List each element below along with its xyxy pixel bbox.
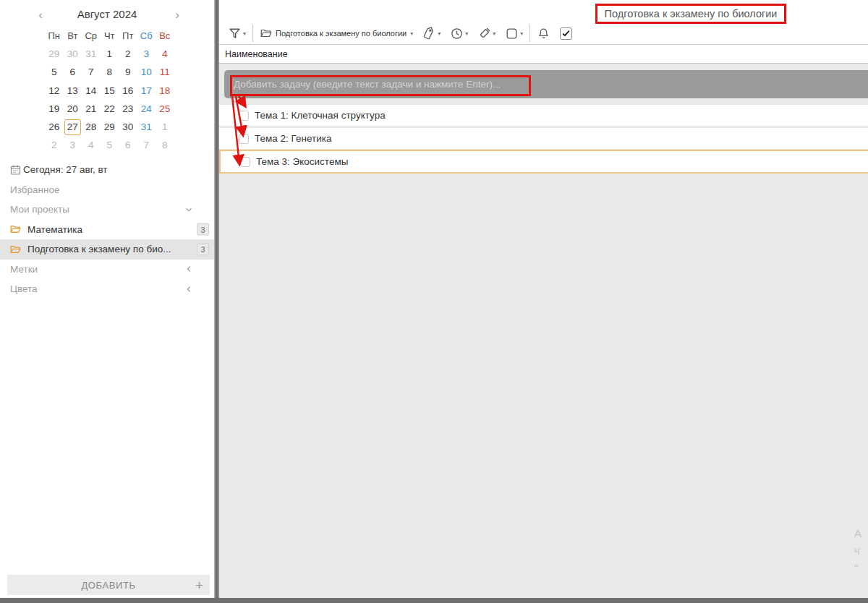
- calendar-day[interactable]: 6: [64, 63, 82, 81]
- calendar-day[interactable]: 19: [45, 100, 64, 118]
- add-button-label: ДОБАВИТЬ: [81, 580, 135, 591]
- toolbar-separator: [529, 25, 530, 42]
- calendar-day[interactable]: 5: [101, 136, 119, 154]
- calendar-day[interactable]: 28: [82, 118, 101, 136]
- calendar-day[interactable]: 5: [45, 63, 64, 81]
- caret-down-icon: ▾: [520, 30, 523, 37]
- calendar-day[interactable]: 8: [156, 136, 174, 154]
- filter-icon: [228, 27, 242, 40]
- sidebar-item-tags[interactable]: Метки: [0, 260, 214, 280]
- task-checkbox[interactable]: [239, 111, 249, 121]
- sidebar-item-today[interactable]: Сегодня: 27 авг, вт: [0, 160, 214, 180]
- sidebar-divider[interactable]: [214, 0, 219, 603]
- calendar-next-icon[interactable]: ›: [169, 7, 185, 23]
- task-row-highlighted[interactable]: Тема 3: Экосистемы: [219, 150, 868, 174]
- calendar-day[interactable]: 13: [64, 82, 82, 100]
- add-task-placeholder: Добавить задачу (введите текст задачи и …: [234, 79, 501, 90]
- calendar-day[interactable]: 25: [156, 100, 174, 118]
- sidebar-item-my-projects[interactable]: Мои проекты: [0, 200, 214, 220]
- calendar-day[interactable]: 1: [156, 118, 174, 136]
- calendar-day-today[interactable]: 27: [64, 118, 82, 136]
- chevron-left-icon[interactable]: [184, 284, 194, 294]
- app-window: ‹ Август 2024 › ПнВтСрЧтПтСбВс2930311234…: [0, 0, 868, 603]
- my-projects-label: Мои проекты: [10, 204, 69, 215]
- caret-down-icon: ▾: [438, 30, 441, 37]
- column-header-name[interactable]: Наименование: [219, 45, 868, 64]
- page-title-annotation-box: Подготовка к экзамену по биологии: [595, 4, 786, 24]
- calendar-day[interactable]: 16: [119, 82, 137, 100]
- plus-icon: +: [195, 578, 203, 592]
- task-row[interactable]: Тема 2: Генетика: [219, 128, 868, 149]
- calendar-day[interactable]: 20: [64, 100, 82, 118]
- task-count-badge: 3: [197, 223, 209, 236]
- calendar-day[interactable]: 6: [119, 136, 137, 154]
- calendar-day[interactable]: 11: [156, 63, 174, 81]
- page-title: Подготовка к экзамену по биологии: [605, 8, 778, 20]
- brush-button[interactable]: ▾: [476, 24, 497, 43]
- toolbar: ▾ Подготовка к экзамену по биологии ▾: [226, 24, 574, 43]
- calendar-day[interactable]: 31: [82, 45, 101, 63]
- calendar-day[interactable]: 10: [137, 63, 156, 81]
- calendar-day[interactable]: 3: [64, 136, 82, 154]
- calendar-day[interactable]: 14: [82, 82, 101, 100]
- status-button[interactable]: ▾: [503, 24, 524, 43]
- project-rows: Математика3Подготовка к экзамену по био.…: [0, 220, 214, 260]
- calendar-day[interactable]: 2: [45, 136, 64, 154]
- calendar-grid: ПнВтСрЧтПтСбВс29303112345678910111213141…: [45, 27, 174, 154]
- filter-button[interactable]: ▾: [226, 24, 247, 43]
- show-completed-toggle[interactable]: [558, 24, 574, 43]
- toolbar-separator: [252, 25, 253, 42]
- task-checkbox[interactable]: [240, 157, 250, 167]
- project-selector[interactable]: Подготовка к экзамену по биологии ▾: [258, 24, 414, 43]
- calendar-day[interactable]: 3: [137, 45, 156, 63]
- project-selector-label: Подготовка к экзамену по биологии: [276, 29, 407, 38]
- sidebar: ‹ Август 2024 › ПнВтСрЧтПтСбВс2930311234…: [0, 0, 214, 603]
- folder-icon: [260, 27, 273, 40]
- calendar-day[interactable]: 9: [119, 63, 137, 81]
- calendar-weekday: Вт: [64, 27, 82, 45]
- calendar-day[interactable]: 22: [101, 100, 119, 118]
- brush-icon: [477, 27, 491, 40]
- schedule-button[interactable]: ▾: [448, 24, 469, 43]
- add-button[interactable]: ДОБАВИТЬ +: [7, 575, 210, 595]
- task-title: Тема 1: Клеточная структура: [255, 110, 386, 121]
- calendar-day[interactable]: 17: [137, 82, 156, 100]
- notifications-button[interactable]: [535, 24, 552, 43]
- tag-button[interactable]: ▾: [421, 24, 442, 43]
- chevron-down-icon[interactable]: [184, 205, 194, 215]
- calendar-day[interactable]: 26: [45, 118, 64, 136]
- task-checkbox[interactable]: [239, 134, 249, 144]
- calendar-day[interactable]: 7: [137, 136, 156, 154]
- caret-down-icon: ▾: [465, 30, 468, 37]
- sidebar-item-project[interactable]: Подготовка к экзамену по био...3: [0, 239, 214, 260]
- caret-down-icon: ▾: [243, 30, 246, 37]
- calendar-day[interactable]: 31: [137, 118, 156, 136]
- calendar-day[interactable]: 15: [101, 82, 119, 100]
- calendar-day[interactable]: 21: [82, 100, 101, 118]
- calendar-weekday: Пт: [119, 27, 137, 45]
- calendar-day[interactable]: 4: [156, 45, 174, 63]
- calendar-day[interactable]: 12: [45, 82, 64, 100]
- calendar-day[interactable]: 2: [119, 45, 137, 63]
- calendar-day[interactable]: 7: [82, 63, 101, 81]
- calendar-icon: [9, 163, 22, 176]
- calendar-day[interactable]: 4: [82, 136, 101, 154]
- calendar-day[interactable]: 30: [64, 45, 82, 63]
- chevron-left-icon[interactable]: [184, 264, 194, 274]
- sidebar-item-project[interactable]: Математика3: [0, 220, 214, 240]
- calendar-day[interactable]: 30: [119, 118, 137, 136]
- calendar-day[interactable]: 29: [101, 118, 119, 136]
- sidebar-item-colors[interactable]: Цвета: [0, 279, 214, 299]
- calendar-day[interactable]: 18: [156, 82, 174, 100]
- add-task-input[interactable]: Добавить задачу (введите текст задачи и …: [224, 70, 868, 98]
- calendar-day[interactable]: 29: [45, 45, 64, 63]
- main-panel: Подготовка к экзамену по биологии ▾: [219, 0, 868, 598]
- calendar-day[interactable]: 24: [137, 100, 156, 118]
- calendar-day[interactable]: 1: [101, 45, 119, 63]
- calendar-day[interactable]: 23: [119, 100, 137, 118]
- task-row[interactable]: Тема 1: Клеточная структура: [219, 105, 868, 126]
- today-label: Сегодня: 27 авг, вт: [23, 164, 108, 175]
- sidebar-item-favorites[interactable]: Избранное: [0, 180, 214, 200]
- colors-label: Цвета: [10, 283, 38, 294]
- calendar-day[interactable]: 8: [101, 63, 119, 81]
